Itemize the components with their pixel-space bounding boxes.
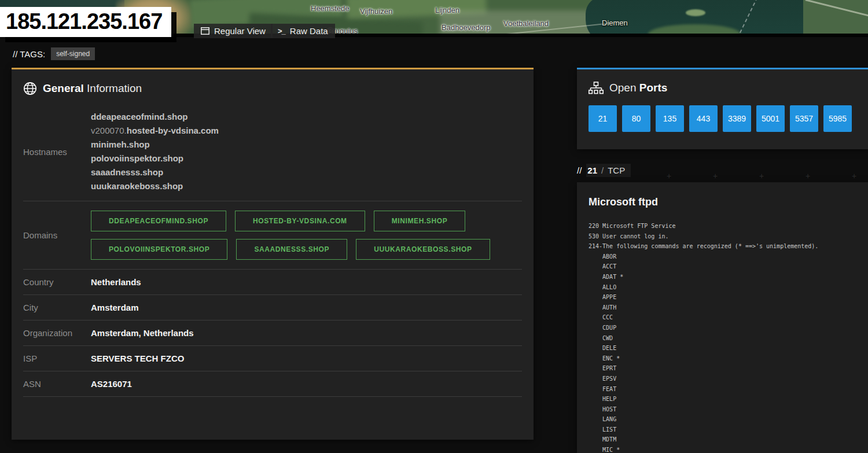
- regular-view-button[interactable]: Regular View: [194, 24, 273, 38]
- map-land: [803, 0, 868, 34]
- port-button[interactable]: 135: [656, 105, 684, 132]
- domain-button[interactable]: DDEAPEACEOFMIND.SHOP: [91, 211, 226, 231]
- open-ports-panel: Open Ports 21 80 135 443 3389 5001 5357 …: [577, 68, 868, 149]
- raw-data-label: Raw Data: [290, 26, 328, 36]
- hostname-item: minimeh.shop: [91, 138, 219, 152]
- domains-row: Domains DDEAPEACEOFMIND.SHOP HOSTED-BY-V…: [23, 201, 522, 270]
- map-label: Lijnden: [435, 6, 459, 14]
- hostname-item: polovoiinspektor.shop: [91, 152, 219, 165]
- general-panel-title: General Information: [23, 82, 522, 95]
- plus-pattern: +: [667, 171, 671, 181]
- terminal-icon: >_: [278, 27, 285, 35]
- port-button[interactable]: 80: [622, 105, 650, 132]
- port-button[interactable]: 5001: [756, 105, 785, 132]
- port-button[interactable]: 5357: [790, 105, 818, 132]
- field-value: Amsterdam: [91, 303, 139, 312]
- ip-address: 185.121.235.167: [0, 7, 171, 37]
- service-header-separator: /: [601, 165, 604, 175]
- service-banner-text: 220 Microsoft FTP Service 530 User canno…: [589, 221, 856, 453]
- service-header: // 21 / TCP: [577, 164, 631, 177]
- sitemap-icon: [589, 82, 604, 94]
- field-row-city: City Amsterdam: [23, 295, 522, 321]
- service-panel: Microsoft ftpd 220 Microsoft FTP Service…: [577, 182, 868, 453]
- domain-button[interactable]: SAAADNESSS.SHOP: [236, 239, 347, 260]
- raw-data-button[interactable]: >_ Raw Data: [271, 24, 335, 38]
- hostnames-row: Hostnames ddeapeaceofmind.shop v200070.h…: [23, 102, 522, 201]
- plus-pattern: +: [713, 171, 718, 181]
- field-value: Amsterdam, Netherlands: [91, 328, 194, 338]
- field-label: Country: [23, 277, 91, 287]
- window-icon: [201, 27, 209, 35]
- field-row-asn: ASN AS216071: [23, 371, 522, 397]
- field-label: Organization: [23, 328, 91, 338]
- service-protocol: TCP: [608, 165, 625, 175]
- port-list: 21 80 135 443 3389 5001 5357 5985: [589, 105, 856, 132]
- tags-label: // TAGS:: [13, 49, 45, 59]
- map-islet: [686, 9, 705, 16]
- regular-view-label: Regular View: [214, 26, 266, 36]
- plus-pattern: +: [852, 171, 856, 181]
- domain-button[interactable]: UUUKARAOKEBOSS.SHOP: [356, 239, 490, 260]
- general-title-light: Information: [87, 82, 142, 94]
- map-label: Badhoevedorp: [442, 23, 491, 32]
- service-port-link[interactable]: 21: [587, 165, 597, 175]
- general-title-bold: General: [43, 82, 84, 94]
- tag-badge[interactable]: self-signed: [51, 47, 95, 60]
- field-row-country: Country Netherlands: [23, 270, 522, 295]
- field-label: ASN: [23, 379, 91, 389]
- hostname-list: ddeapeaceofmind.shop v200070.hosted-by-v…: [91, 110, 219, 193]
- general-information-panel: General Information Hostnames ddeapeaceo…: [12, 68, 534, 440]
- hostname-item: saaadnesss.shop: [91, 165, 219, 179]
- field-label: City: [23, 303, 91, 312]
- hostnames-label: Hostnames: [23, 147, 91, 157]
- domain-button[interactable]: POLOVOIINSPEKTOR.SHOP: [91, 239, 227, 260]
- domains-label: Domains: [23, 230, 91, 240]
- hostname-item: v200070.hosted-by-vdsina.com: [91, 124, 219, 138]
- field-row-organization: Organization Amsterdam, Netherlands: [23, 321, 522, 346]
- map-label: Heemstede: [311, 4, 349, 13]
- port-button[interactable]: 443: [689, 105, 718, 132]
- map-label: Diemen: [602, 19, 628, 27]
- port-button[interactable]: 3389: [723, 105, 751, 132]
- ports-title-bold: Ports: [639, 82, 668, 94]
- domain-list: DDEAPEACEOFMIND.SHOP HOSTED-BY-VDSINA.CO…: [91, 209, 522, 262]
- plus-pattern: +: [759, 171, 764, 181]
- hostname-item: ddeapeaceofmind.shop: [91, 110, 219, 124]
- port-button[interactable]: 21: [589, 105, 617, 132]
- globe-icon: [23, 82, 37, 95]
- field-value: SERVERS TECH FZCO: [91, 353, 184, 363]
- service-header-chip: 21 / TCP: [586, 164, 631, 177]
- field-row-isp: ISP SERVERS TECH FZCO: [23, 346, 522, 371]
- ports-panel-title: Open Ports: [589, 82, 856, 94]
- field-value: Netherlands: [91, 277, 141, 287]
- tags-row: // TAGS: self-signed: [13, 47, 95, 60]
- map-label: Voetbaleiland: [503, 19, 549, 28]
- hostname-item: uuukaraokeboss.shop: [91, 179, 219, 193]
- service-product-name: Microsoft ftpd: [589, 196, 856, 208]
- port-button[interactable]: 5985: [823, 105, 852, 132]
- domain-button[interactable]: MINIMEH.SHOP: [374, 211, 466, 231]
- map-label: Vijfhuizen: [360, 7, 392, 16]
- ports-title-light: Open: [609, 82, 636, 94]
- plus-pattern: +: [806, 171, 810, 181]
- service-header-slashes: //: [577, 165, 582, 175]
- domain-button[interactable]: HOSTED-BY-VDSINA.COM: [235, 211, 365, 231]
- field-value: AS216071: [91, 379, 132, 389]
- field-label: ISP: [23, 353, 91, 363]
